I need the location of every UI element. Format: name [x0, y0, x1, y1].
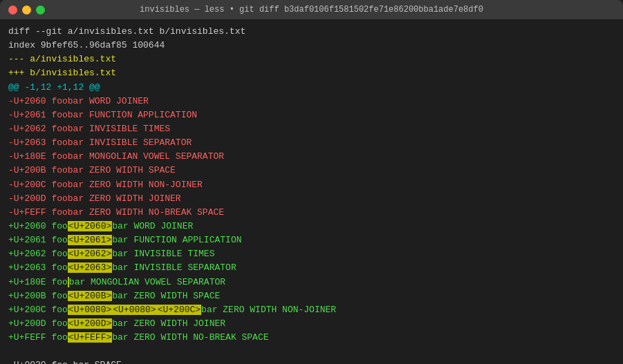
line-rem-8: -U+200D foobar ZERO WIDTH JOINER	[8, 192, 615, 206]
line-rem-1: -U+2060 foobar WORD JOINER	[8, 95, 615, 108]
hl-u200b: <U+200B>	[68, 291, 112, 301]
hl-u2062: <U+2062>	[68, 249, 112, 259]
line-add-5: +U+180E foo​bar MONGOLIAN VOWEL SEPARATO…	[8, 276, 615, 289]
line-3: --- a/invisibles.txt	[8, 52, 615, 66]
line-ctx-1: U+0020 foo bar SPACE	[8, 358, 615, 364]
line-rem-9: -U+FEFF foobar ZERO WIDTH NO-BREAK SPACE	[8, 206, 615, 220]
line-rem-2: -U+2061 foobar FUNCTION APPLICATION	[8, 108, 615, 122]
line-add-1: +U+2060 foo<U+2060>bar WORD JOINER	[8, 220, 615, 233]
hl-u200c: <U+200C>	[157, 305, 201, 315]
hl-u2063: <U+2063>	[68, 262, 112, 273]
line-add-7: +U+200C foo<U+0080><U+0080><U+200C>bar Z…	[8, 303, 615, 317]
hl-u0080b: <U+0080>	[112, 305, 156, 315]
hl-ufeff: <U+FEFF>	[68, 332, 112, 343]
maximize-button[interactable]	[36, 6, 45, 15]
line-rem-4: -U+2063 foobar INVISIBLE SEPARATOR	[8, 136, 615, 150]
line-rem-6: -U+200B foobar ZERO WIDTH SPACE	[8, 164, 615, 178]
window-controls	[8, 6, 45, 15]
line-rem-7: -U+200C foobar ZERO WIDTH NON-JOINER	[8, 178, 615, 192]
line-4: +++ b/invisibles.txt	[8, 66, 615, 80]
line-1: diff --git a/invisibles.txt b/invisibles…	[8, 25, 615, 39]
line-add-8: +U+200D foo<U+200D>bar ZERO WIDTH JOINER	[8, 317, 615, 331]
line-add-9: +U+FEFF foo<U+FEFF>bar ZERO WIDTH NO-BRE…	[8, 331, 615, 345]
hl-u200d: <U+200D>	[68, 318, 112, 329]
terminal-content[interactable]: diff --git a/invisibles.txt b/invisibles…	[0, 19, 623, 364]
line-rem-3: -U+2062 foobar INVISIBLE TIMES	[8, 122, 615, 136]
line-add-3: +U+2062 foo<U+2062>bar INVISIBLE TIMES	[8, 247, 615, 261]
line-empty	[8, 345, 615, 358]
line-2: index 9bfef65..96daf85 100644	[8, 39, 615, 52]
hl-u2060: <U+2060>	[68, 221, 112, 231]
hl-u2061: <U+2061>	[68, 235, 112, 245]
window-title: invisibles — less • git diff b3daf0106f1…	[140, 5, 483, 15]
hl-u0080a: <U+0080>	[68, 305, 112, 315]
line-hunk1: @@ -1,12 +1,12 @@	[8, 81, 615, 95]
minimize-button[interactable]	[22, 6, 31, 15]
title-bar: invisibles — less • git diff b3daf0106f1…	[0, 0, 623, 19]
line-add-6: +U+200B foo<U+200B>bar ZERO WIDTH SPACE	[8, 289, 615, 303]
close-button[interactable]	[8, 6, 17, 15]
line-rem-5: -U+180E foobar MONGOLIAN VOWEL SEPARATOR	[8, 150, 615, 164]
hl-u180e: ​	[68, 277, 69, 287]
line-add-4: +U+2063 foo<U+2063>bar INVISIBLE SEPARAT…	[8, 261, 615, 275]
line-add-2: +U+2061 foo<U+2061>bar FUNCTION APPLICAT…	[8, 233, 615, 247]
